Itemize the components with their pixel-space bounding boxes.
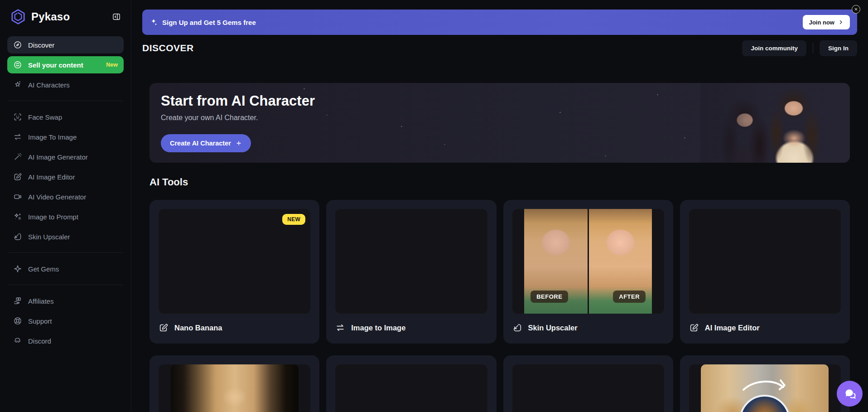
sidebar-item-image-to-prompt[interactable]: Image to Prompt — [7, 208, 124, 225]
sidebar-item-image-to-image[interactable]: Image To Image — [7, 128, 124, 145]
sidebar-item-label: Face Swap — [28, 113, 62, 121]
sidebar-item-skin-upscaler[interactable]: Skin Upscaler — [7, 228, 124, 245]
tool-card-image — [512, 364, 664, 412]
sidebar-item-label: Support — [28, 317, 52, 325]
tool-card-image — [689, 364, 841, 412]
sidebar-item-ai-image-generator[interactable]: AI Image Generator — [7, 148, 124, 165]
lifebuoy-icon — [13, 316, 22, 325]
pykaso-logo-icon — [10, 9, 26, 25]
sidebar-divider — [8, 285, 123, 285]
sidebar-item-label: Discover — [28, 41, 54, 49]
sidebar-item-label: Image to Prompt — [28, 213, 78, 221]
join-community-button[interactable]: Join community — [742, 40, 806, 56]
banner-close-icon[interactable]: ✕ — [852, 5, 860, 14]
sidebar-item-ai-characters[interactable]: AI Characters — [7, 76, 124, 93]
tool-card-row2-2[interactable] — [326, 355, 496, 412]
signup-promo-banner: Sign Up and Get 5 Gems free Join now ✕ — [142, 10, 857, 35]
sidebar-item-label: AI Image Generator — [28, 153, 88, 161]
sidebar-item-discover[interactable]: Discover — [7, 36, 124, 53]
hero-characters-image — [700, 83, 850, 163]
discord-icon — [13, 336, 22, 345]
decor-dot — [304, 88, 305, 89]
sidebar-nav: Discover Sell your content New AI Charac… — [7, 36, 124, 349]
sparkle-prompt-icon — [13, 212, 22, 221]
sidebar: Pykaso Discover Sell your content New AI… — [0, 0, 131, 412]
magic-wand-icon — [13, 152, 22, 161]
tool-card-row2-4[interactable] — [680, 355, 850, 412]
sidebar-item-label: AI Image Editor — [28, 173, 75, 181]
tool-card-ai-image-editor[interactable]: AI Image Editor — [680, 200, 850, 344]
sidebar-item-support[interactable]: Support — [7, 312, 124, 330]
create-ai-character-button[interactable]: Create AI Character — [161, 134, 251, 152]
gem-sparkle-icon — [13, 264, 22, 273]
compass-icon — [13, 40, 22, 49]
sidebar-item-discord[interactable]: Discord — [7, 332, 124, 349]
face-swap-icon — [13, 112, 22, 121]
hero-title: Start from AI Character — [161, 93, 315, 109]
tool-card-skin-upscaler[interactable]: BEFORE AFTER Skin Upscaler — [503, 200, 673, 344]
tool-card-footer: AI Image Editor — [689, 321, 841, 334]
app-title: Pykaso — [31, 10, 107, 23]
sidebar-item-label: Affiliates — [28, 297, 53, 305]
plus-icon — [236, 140, 242, 146]
sidebar-item-sell-your-content[interactable]: Sell your content New — [7, 56, 124, 73]
sparkle-icon — [149, 18, 158, 26]
coin-icon — [13, 60, 22, 69]
sidebar-item-get-gems[interactable]: Get Gems — [7, 260, 124, 277]
tools-grid-row-1: NEW Nano Banana Image to Image — [149, 200, 850, 344]
sidebar-item-ai-image-editor[interactable]: AI Image Editor — [7, 168, 124, 185]
before-image: BEFORE — [524, 209, 588, 314]
tool-card-image — [159, 364, 310, 412]
page-title: DISCOVER — [142, 43, 194, 53]
curved-arrow-icon — [740, 376, 790, 394]
swap-arrows-icon — [13, 132, 22, 141]
decor-dot — [444, 144, 445, 145]
tool-card-row2-1[interactable] — [149, 355, 319, 412]
join-now-button[interactable]: Join now — [803, 15, 850, 29]
sidebar-item-label: Sell your content — [28, 61, 83, 69]
face-inset-circle — [739, 395, 790, 412]
decor-dot — [401, 126, 402, 127]
decor-dot — [657, 94, 658, 95]
collapse-sidebar-icon[interactable] — [112, 12, 121, 21]
hero-subtitle: Create your own AI Character. — [161, 114, 258, 122]
tool-card-image-to-image[interactable]: Image to Image — [326, 200, 496, 344]
hero-banner: Start from AI Character Create your own … — [149, 83, 850, 163]
sidebar-item-ai-video-generator[interactable]: AI Video Generator — [7, 188, 124, 205]
edit-square-icon — [689, 323, 699, 333]
chevron-right-icon — [838, 19, 844, 25]
after-badge: AFTER — [613, 291, 646, 303]
after-image: AFTER — [589, 209, 652, 314]
tool-card-label: Image to Image — [351, 324, 405, 332]
star-sparkle-icon — [13, 80, 22, 89]
live-chat-button[interactable] — [837, 381, 863, 407]
sidebar-item-face-swap[interactable]: Face Swap — [7, 108, 124, 126]
main-content: Sign Up and Get 5 Gems free Join now ✕ D… — [131, 0, 868, 412]
tool-card-image — [335, 364, 487, 412]
sidebar-divider — [8, 101, 123, 101]
tool-card-footer: Skin Upscaler — [512, 321, 664, 334]
tool-card-label: Skin Upscaler — [528, 324, 578, 332]
sidebar-item-label: AI Video Generator — [28, 193, 86, 201]
before-badge: BEFORE — [530, 291, 568, 303]
tool-card-image — [335, 209, 487, 314]
new-badge: NEW — [282, 214, 305, 225]
join-now-label: Join now — [809, 19, 834, 26]
tool-card-row2-3[interactable] — [503, 355, 673, 412]
new-badge: New — [106, 62, 118, 68]
logo-row: Pykaso — [7, 0, 124, 34]
hand-money-icon — [13, 296, 22, 305]
tool-card-footer: Image to Image — [335, 321, 487, 334]
tool-card-label: Nano Banana — [174, 324, 222, 332]
chat-bubbles-icon — [843, 387, 857, 401]
sign-in-button[interactable]: Sign In — [820, 40, 857, 56]
tools-grid-row-2 — [149, 355, 850, 412]
tool-card-label: AI Image Editor — [705, 324, 760, 332]
tool-card-image: NEW — [159, 209, 310, 314]
sidebar-item-affiliates[interactable]: Affiliates — [7, 292, 124, 310]
tool-card-nano-banana[interactable]: NEW Nano Banana — [149, 200, 319, 344]
header-separator — [813, 43, 813, 53]
decor-dot — [326, 115, 328, 116]
edit-square-icon — [13, 172, 22, 181]
ai-tools-heading: AI Tools — [149, 176, 850, 188]
